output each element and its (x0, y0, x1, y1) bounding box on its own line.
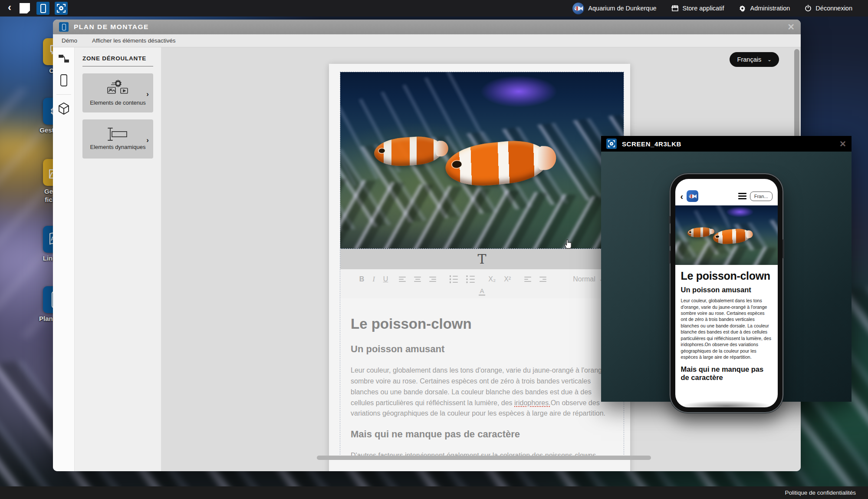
clownfish-image-preview (675, 205, 778, 265)
window-close-button[interactable]: ✕ (787, 23, 795, 31)
window-titlebar[interactable]: PLAN DE MONTAGE ✕ (53, 20, 801, 34)
doc-heading-3: Mais qui ne manque pas de caractère (351, 429, 613, 440)
account-label: Aquarium de Dunkerque (588, 5, 656, 12)
back-chevron-icon: ‹ (681, 192, 684, 201)
privacy-policy-link[interactable]: Politique de confidentialités (785, 489, 856, 496)
phone-article: Le poisson-clown Un poisson amusant Leur… (675, 265, 778, 382)
indent-button[interactable] (539, 277, 546, 282)
window-title: PLAN DE MONTAGE (74, 23, 149, 31)
horizontal-scrollbar[interactable] (317, 456, 651, 460)
phone-mockup: ‹ Fran... Le poisson-clown Un poisson am… (671, 174, 783, 412)
capture-eye-icon (606, 139, 617, 149)
phone-heading-1: Le poisson-clown (681, 270, 772, 281)
gear-icon (739, 5, 746, 12)
misspelled-word: iridophores. (514, 399, 551, 406)
doc-paragraph-1: Leur couleur, globalement dans les tons … (351, 365, 613, 419)
phone-app-button[interactable] (36, 2, 49, 15)
preview-body: ‹ Fran... Le poisson-clown Un poisson am… (601, 152, 852, 402)
phone-topbar: ‹ Fran... (675, 179, 778, 205)
text-block-handle[interactable]: T (340, 249, 624, 269)
align-center-button[interactable] (414, 277, 421, 282)
smartphone-rail-icon[interactable] (60, 74, 68, 86)
paragraph-style-dropdown[interactable]: Normal ⌄ (573, 275, 605, 283)
rail-divider (56, 94, 71, 95)
clownfish-image[interactable] (340, 72, 624, 249)
phone-language-selector: Fran... (750, 192, 773, 201)
document-text[interactable]: Le poisson-clown Un poisson amusant Leur… (340, 298, 624, 456)
align-right-button[interactable] (429, 277, 436, 282)
hamburger-menu-icon (738, 193, 746, 199)
administration-menu[interactable]: Administration (734, 5, 794, 12)
superscript-button[interactable]: X² (504, 276, 511, 283)
capture-eye-icon (57, 4, 66, 13)
align-left-button[interactable] (399, 277, 406, 282)
format-toolbar: B I U (340, 269, 624, 298)
text-color-button[interactable]: A (479, 287, 485, 296)
subscript-button[interactable]: X₂ (488, 276, 496, 283)
logout-label: Déconnexion (815, 5, 852, 12)
outdent-button[interactable] (524, 277, 531, 282)
language-selector[interactable]: Français ⌄ (730, 52, 779, 67)
doc-heading-2: Un poisson amusant (351, 344, 613, 355)
doc-heading-1: Le poisson-clown (351, 316, 613, 332)
underline-button[interactable]: U (383, 276, 388, 283)
phone-shadow (661, 398, 792, 414)
zone-deroulante-panel: ZONE DÉROULANTE › Elements de contenus (75, 47, 161, 471)
menu-demo[interactable]: Démo (62, 37, 77, 44)
card-elements-de-contenus[interactable]: › Elements de contenus (82, 73, 153, 112)
note-icon (20, 3, 30, 13)
montage-page: T B I U (329, 64, 630, 471)
preview-close-button[interactable]: ✕ (839, 139, 846, 149)
screen-preview-window: SCREEN_4R3LKB ✕ ‹ Fran... Le (601, 136, 852, 402)
chevron-right-icon: › (146, 90, 149, 99)
bold-button[interactable]: B (359, 276, 365, 283)
italic-button[interactable]: I (372, 276, 375, 283)
note-shortcut-button[interactable] (18, 2, 31, 15)
panel-title: ZONE DÉROULANTE (82, 55, 153, 66)
smartphone-icon (59, 22, 69, 32)
logout-menu[interactable]: Déconnexion (800, 5, 857, 12)
back-chevron-icon[interactable]: ‹ (8, 2, 11, 13)
smartphone-icon (40, 4, 46, 13)
system-bottom-bar: Politique de confidentialités (0, 486, 868, 499)
tool-rail (53, 47, 75, 471)
unordered-list-button[interactable] (466, 275, 475, 283)
phone-heading-2: Un poisson amusant (681, 286, 772, 294)
store-menu[interactable]: Store applicatif (667, 5, 729, 12)
phone-paragraph-1: Leur couleur, globalement dans les tons … (681, 297, 772, 360)
flow-scenario-icon[interactable] (59, 54, 69, 63)
preview-titlebar[interactable]: SCREEN_4R3LKB ✕ (601, 136, 852, 152)
phone-heading-3: Mais qui ne manque pas de caractère (681, 365, 772, 382)
account-menu[interactable]: Aquarium de Dunkerque (568, 3, 661, 14)
aquarium-app-icon (687, 190, 698, 202)
card-label: Elements dynamiques (82, 144, 153, 150)
card-elements-dynamiques[interactable]: › Elements dynamiques (82, 119, 153, 159)
chevron-right-icon: › (146, 136, 149, 145)
cube-3d-icon[interactable] (58, 102, 69, 115)
chevron-down-icon: ⌄ (767, 57, 771, 63)
window-menubar: Démo Afficher les éléments désactivés (53, 34, 801, 47)
phone-screen: ‹ Fran... Le poisson-clown Un poisson am… (675, 179, 778, 407)
power-icon (805, 5, 812, 12)
aquarium-logo-icon (572, 3, 584, 14)
store-label: Store applicatif (683, 5, 724, 12)
menu-show-disabled[interactable]: Afficher les éléments désactivés (92, 37, 176, 44)
paragraph-style-value: Normal (573, 275, 595, 283)
content-block[interactable]: T B I U (340, 72, 624, 457)
administration-label: Administration (750, 5, 790, 12)
card-label: Elements de contenus (82, 99, 153, 106)
hand-cursor (563, 238, 573, 249)
language-label: Français (737, 56, 762, 63)
text-tool-icon: T (477, 251, 486, 267)
screen-capture-button[interactable] (55, 2, 68, 15)
system-top-bar: ‹ Aquarium de Dunkerque Store applicatif (0, 0, 868, 17)
preview-title: SCREEN_4R3LKB (622, 140, 681, 148)
store-icon (671, 5, 679, 12)
ordered-list-button[interactable] (450, 275, 458, 283)
